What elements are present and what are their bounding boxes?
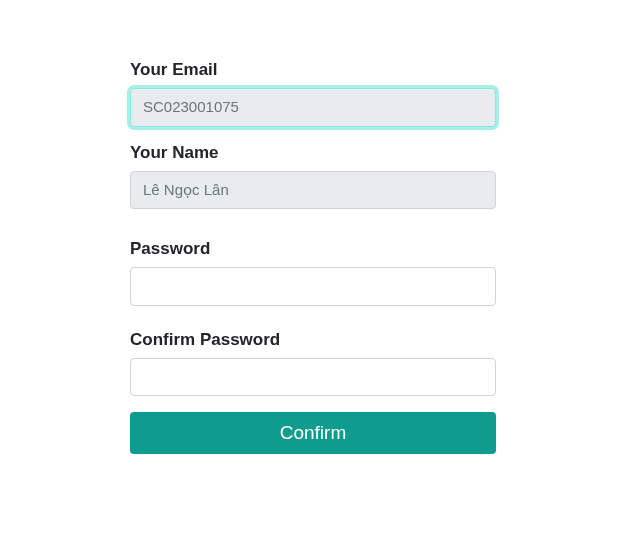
confirm-button[interactable]: Confirm (130, 412, 496, 454)
password-group: Password (130, 239, 496, 306)
password-label: Password (130, 239, 496, 259)
name-group: Your Name (130, 143, 496, 210)
confirm-password-label: Confirm Password (130, 330, 496, 350)
email-group: Your Email (130, 60, 496, 127)
email-label: Your Email (130, 60, 496, 80)
password-field[interactable] (130, 267, 496, 306)
name-field[interactable] (130, 171, 496, 210)
name-label: Your Name (130, 143, 496, 163)
account-form: Your Email Your Name Password Confirm Pa… (130, 60, 496, 454)
confirm-password-group: Confirm Password (130, 330, 496, 397)
confirm-password-field[interactable] (130, 358, 496, 397)
email-field[interactable] (130, 88, 496, 127)
